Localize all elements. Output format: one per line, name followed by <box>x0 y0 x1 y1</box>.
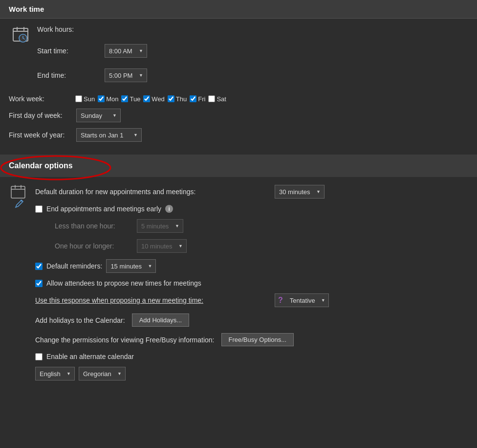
less-than-select[interactable]: 5 minutes 0 minutes <box>137 219 183 233</box>
calendar-type-select[interactable]: Gregorian <box>79 367 126 381</box>
first-week-select[interactable]: Starts on Jan 1 First 4-day week First f… <box>76 128 142 142</box>
svg-rect-8 <box>11 186 25 198</box>
end-early-label: End appointments and meetings early <box>46 205 161 213</box>
one-hour-select-wrapper: 10 minutes 5 minutes <box>137 239 187 253</box>
add-holidays-row: Add holidays to the Calendar: Add Holida… <box>35 314 468 327</box>
default-duration-row: Default duration for new appointments an… <box>35 185 468 199</box>
checkbox-sun[interactable] <box>75 95 82 102</box>
calendar-type-select-wrapper: Gregorian <box>79 367 126 381</box>
calendar-main-fields: Default duration for new appointments an… <box>35 185 468 386</box>
day-mon: Mon <box>98 95 118 103</box>
use-response-label: Use this response when proposing a new m… <box>35 296 270 304</box>
calendar-icon-row: Default duration for new appointments an… <box>9 185 468 386</box>
tentative-select-container: ? Tentative Accept Decline <box>275 293 329 307</box>
first-day-select-wrapper: Sunday Monday Saturday <box>76 109 121 122</box>
default-duration-select[interactable]: 30 minutes 15 minutes 60 minutes <box>275 185 325 199</box>
day-fri-label: Fri <box>198 95 205 103</box>
language-select[interactable]: English <box>35 367 75 381</box>
checkbox-sat[interactable] <box>208 95 215 102</box>
checkbox-tue[interactable] <box>121 95 128 102</box>
pencil-icon <box>14 198 25 209</box>
work-time-icon-area <box>9 26 34 44</box>
default-duration-select-wrapper: 30 minutes 15 minutes 60 minutes <box>275 185 325 199</box>
checkbox-wed[interactable] <box>143 95 150 102</box>
one-hour-label: One hour or longer: <box>55 242 133 250</box>
end-time-select[interactable]: 5:00 PM 4:00 PM 6:00 PM <box>105 68 147 82</box>
work-week-label: Work week: <box>9 95 72 103</box>
alternate-calendar-row: Enable an alternate calendar <box>35 353 468 360</box>
add-holidays-button[interactable]: Add Holidays... <box>132 314 189 327</box>
first-day-select[interactable]: Sunday Monday Saturday <box>76 109 121 122</box>
first-day-label: First day of week: <box>9 112 72 119</box>
one-hour-select[interactable]: 10 minutes 5 minutes <box>137 239 187 253</box>
start-time-row: Start time: 8:00 AM 7:00 AM 9:00 AM <box>37 44 147 58</box>
tentative-select[interactable]: Tentative Accept Decline <box>286 293 325 307</box>
first-week-row: First week of year: Starts on Jan 1 Firs… <box>9 128 468 142</box>
day-sun: Sun <box>75 95 95 103</box>
allow-attendees-row: Allow attendees to propose new times for… <box>35 279 468 287</box>
info-icon[interactable]: i <box>165 205 173 213</box>
work-time-section: Work time Work hours: <box>0 0 477 155</box>
day-sat-label: Sat <box>217 95 226 103</box>
work-time-title: Work time <box>9 5 44 13</box>
end-early-row: End appointments and meetings early i <box>35 205 468 213</box>
default-reminders-label: Default reminders: <box>46 262 102 270</box>
alternate-calendar-label: Enable an alternate calendar <box>46 353 134 360</box>
language-select-wrapper: English <box>35 367 75 381</box>
day-sat: Sat <box>208 95 226 103</box>
day-mon-label: Mon <box>106 95 118 103</box>
checkbox-mon[interactable] <box>98 95 105 102</box>
permissions-label: Change the permissions for viewing Free/… <box>35 336 215 344</box>
calendar-options-content: Default duration for new appointments an… <box>0 177 477 394</box>
less-than-label: Less than one hour: <box>55 222 133 230</box>
default-duration-label: Default duration for new appointments an… <box>35 188 270 196</box>
default-reminders-select-wrapper: 15 minutes 30 minutes 0 minutes <box>106 259 156 273</box>
one-hour-row: One hour or longer: 10 minutes 5 minutes <box>35 239 468 253</box>
end-time-row: End time: 5:00 PM 4:00 PM 6:00 PM <box>37 68 147 82</box>
start-time-label: Start time: <box>37 47 101 55</box>
work-hours-row: Work hours: <box>37 25 147 33</box>
default-reminders-row: Default reminders: 15 minutes 30 minutes… <box>35 259 468 273</box>
first-week-label: First week of year: <box>9 131 72 139</box>
free-busy-button[interactable]: Free/Busy Options... <box>221 333 294 346</box>
calendar-clock-icon <box>12 26 31 44</box>
default-reminders-checkbox[interactable] <box>35 263 43 270</box>
day-wed-label: Wed <box>152 95 165 103</box>
first-week-select-wrapper: Starts on Jan 1 First 4-day week First f… <box>76 128 142 142</box>
end-time-select-wrapper: 5:00 PM 4:00 PM 6:00 PM <box>105 68 147 82</box>
day-tue-label: Tue <box>130 95 140 103</box>
alternate-calendar-checkbox[interactable] <box>35 353 43 360</box>
work-fields: Work hours: Start time: 8:00 AM 7:00 AM … <box>37 25 147 88</box>
end-time-label: End time: <box>37 71 101 79</box>
first-day-row: First day of week: Sunday Monday Saturda… <box>9 109 468 122</box>
end-early-checkbox[interactable] <box>35 205 43 213</box>
allow-attendees-checkbox[interactable] <box>35 280 43 287</box>
work-time-header: Work time <box>0 0 477 19</box>
less-than-row: Less than one hour: 5 minutes 0 minutes <box>35 219 468 233</box>
default-reminders-select[interactable]: 15 minutes 30 minutes 0 minutes <box>106 259 156 273</box>
day-tue: Tue <box>121 95 140 103</box>
day-thu-label: Thu <box>176 95 187 103</box>
less-than-select-wrapper: 5 minutes 0 minutes <box>137 219 183 233</box>
question-mark-icon: ? <box>278 296 283 305</box>
use-response-row: Use this response when proposing a new m… <box>35 293 468 307</box>
start-time-select-wrapper: 8:00 AM 7:00 AM 9:00 AM <box>105 44 147 58</box>
calendar-options-header: Calendar options <box>0 155 477 177</box>
checkbox-thu[interactable] <box>168 95 174 102</box>
permissions-row: Change the permissions for viewing Free/… <box>35 333 468 346</box>
day-sun-label: Sun <box>84 95 95 103</box>
day-fri: Fri <box>190 95 205 103</box>
start-time-select[interactable]: 8:00 AM 7:00 AM 9:00 AM <box>105 44 147 58</box>
calendar-pencil-icons <box>9 185 30 209</box>
calendar-options-title: Calendar options <box>9 161 73 170</box>
day-thu: Thu <box>168 95 187 103</box>
work-hours-label: Work hours: <box>37 25 101 33</box>
checkbox-fri[interactable] <box>190 95 196 102</box>
add-holidays-label: Add holidays to the Calendar: <box>35 316 125 324</box>
work-week-row: Work week: Sun Mon Tue Wed Thu <box>9 95 468 103</box>
allow-attendees-label: Allow attendees to propose new times for… <box>46 279 201 287</box>
language-calendar-row: English Gregorian <box>35 367 468 381</box>
day-wed: Wed <box>143 95 165 103</box>
